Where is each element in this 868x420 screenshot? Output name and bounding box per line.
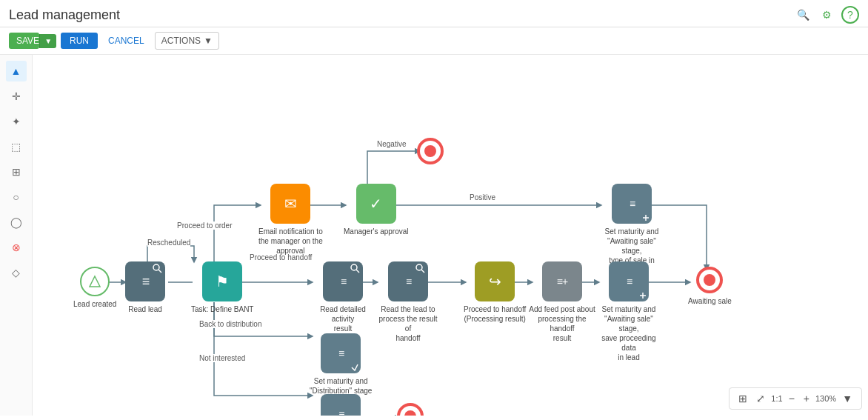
crosshair-tool[interactable]: ✛ xyxy=(6,86,27,107)
node-not-interested-end[interactable] xyxy=(397,403,424,416)
oval-tool[interactable]: ◯ xyxy=(6,212,27,233)
node-read-detailed[interactable]: ≡ Read detailed activityresult xyxy=(310,261,376,333)
node-task-bant[interactable]: ⚑ Task: Define BANT xyxy=(191,261,253,314)
fit-ratio-label: 1:1 xyxy=(771,394,782,403)
zoom-level-label: 130% xyxy=(815,394,836,403)
svg-line-17 xyxy=(356,270,359,273)
svg-line-19 xyxy=(421,270,424,273)
help-button[interactable]: ? xyxy=(841,6,859,24)
node-awaiting-sale-label: Awaiting sale xyxy=(688,296,732,306)
flow-canvas[interactable]: Rescheduled Proceed to order Proceed to … xyxy=(33,55,868,416)
zoom-controls: ⊞ ⤢ 1:1 − + 130% ▼ xyxy=(729,387,862,410)
node-negative-end[interactable] xyxy=(417,138,444,164)
run-button[interactable]: RUN xyxy=(61,33,98,49)
settings-button[interactable]: ⚙ xyxy=(818,6,835,24)
node-read-handoff[interactable]: ≡ Read the lead toprocess the result ofh… xyxy=(375,261,441,343)
node-read-detailed-label: Read detailed activityresult xyxy=(310,304,376,333)
node-mgr-approval[interactable]: ✓ Manager's approval xyxy=(344,184,409,236)
cursor-tool[interactable]: ▲ xyxy=(6,61,27,81)
node-task-bant-label: Task: Define BANT xyxy=(191,304,253,314)
node-set-maturity-sale[interactable]: ≡ Set maturity and"Awaiting sale" stage,… xyxy=(595,261,662,362)
fit-view-button[interactable]: ⤢ xyxy=(753,391,768,406)
label-negative: Negative xyxy=(377,140,406,148)
connector-svg xyxy=(33,55,868,416)
select-tool[interactable]: ⬚ xyxy=(6,136,27,157)
tools-panel: ▲ ✛ ✦ ⬚ ⊞ ○ ◯ ⊗ ◇ xyxy=(0,55,33,416)
node-awaiting-sale[interactable]: Awaiting sale xyxy=(688,267,732,306)
zoom-dropdown-button[interactable]: ▼ xyxy=(839,391,855,406)
svg-line-13 xyxy=(158,270,161,273)
svg-point-18 xyxy=(416,264,422,270)
node-start[interactable]: Lead created xyxy=(73,267,116,309)
actions-button[interactable]: ACTIONS ▼ xyxy=(155,32,219,50)
move-tool[interactable]: ✦ xyxy=(6,111,27,132)
node-set-maturity-sale-label: Set maturity and"Awaiting sale" stage,sa… xyxy=(595,304,662,362)
actions-label: ACTIONS xyxy=(161,36,201,46)
node-add-feed[interactable]: ≡+ Add feed post aboutprocessing the han… xyxy=(529,261,595,343)
save-dropdown[interactable]: ▼ xyxy=(39,34,56,48)
node-email-notif-label: Email notification tothe manager on thea… xyxy=(258,227,323,256)
save-button[interactable]: SAVE xyxy=(9,33,39,49)
node-read-handoff-label: Read the lead toprocess the result ofhan… xyxy=(375,304,441,343)
node-add-feed-label: Add feed post aboutprocessing the handof… xyxy=(529,304,595,343)
svg-marker-11 xyxy=(90,276,100,287)
label-proceed-order: Proceed to order xyxy=(177,221,233,230)
circle-tool[interactable]: ○ xyxy=(6,187,27,207)
stop-tool[interactable]: ⊗ xyxy=(6,237,27,258)
image-tool[interactable]: ⊞ xyxy=(6,161,27,182)
svg-point-12 xyxy=(153,264,159,270)
node-read-lead-label: Read lead xyxy=(128,304,162,314)
node-mgr-approval-label: Manager's approval xyxy=(344,227,409,236)
node-set-distribution[interactable]: ≡ Set maturity and"Distribution" stage xyxy=(310,333,372,396)
label-not-interested: Not interested xyxy=(199,354,245,362)
node-proceed-handoff-label: Proceed to handoff(Processing result) xyxy=(464,304,526,324)
cancel-button[interactable]: CANCEL xyxy=(102,33,150,49)
node-change-maturity[interactable]: ≡ Change maturity to"Not interested" xyxy=(310,394,373,416)
label-back-distribution: Back to distribution xyxy=(199,320,262,328)
search-button[interactable]: 🔍 xyxy=(794,6,812,24)
zoom-out-button[interactable]: − xyxy=(786,391,798,406)
zoom-in-button[interactable]: + xyxy=(801,391,812,406)
page-title: Lead management xyxy=(9,7,120,23)
node-start-label: Lead created xyxy=(73,299,116,309)
actions-chevron: ▼ xyxy=(204,36,213,46)
node-proceed-handoff[interactable]: ↪ Proceed to handoff(Processing result) xyxy=(464,261,526,324)
node-set-distribution-label: Set maturity and"Distribution" stage xyxy=(310,376,372,396)
node-read-lead[interactable]: ≡ Read lead xyxy=(125,261,165,314)
label-positive: Positive xyxy=(470,193,495,201)
grid-view-button[interactable]: ⊞ xyxy=(735,391,750,406)
svg-point-16 xyxy=(351,264,357,270)
diamond-tool[interactable]: ◇ xyxy=(6,262,27,283)
node-email-notif[interactable]: ✉ Email notification tothe manager on th… xyxy=(258,184,323,256)
label-rescheduled: Rescheduled xyxy=(147,239,190,247)
